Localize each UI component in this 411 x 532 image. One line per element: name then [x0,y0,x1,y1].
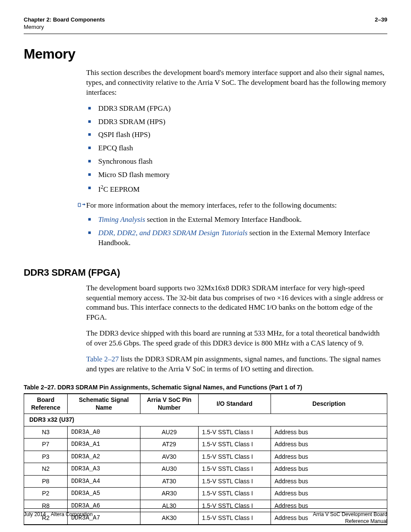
ddr3-block: The development board supports two 32Mx1… [86,283,387,375]
page-footer: July 2014 Altera Corporation Arria V SoC… [24,507,387,525]
list-item-label: DDR3 SDRAM (HPS) [98,118,165,126]
document-page: Chapter 2: Board Components Memory 2–39 … [0,0,411,532]
cell-iostd: 1.5-V SSTL Class I [198,426,271,439]
cell-boardref: P3 [24,451,68,463]
cell-pinnum: AV30 [140,451,198,463]
table-row: P3 DDR3A_A2 AV30 1.5-V SSTL Class I Addr… [24,451,387,463]
list-item-label: I2C EEPROM [98,185,140,193]
table-group-row: DDR3 x32 (U37) [24,414,387,426]
cell-iostd: 1.5-V SSTL Class I [198,439,271,451]
footer-left: July 2014 Altera Corporation [24,511,93,517]
page-header: Chapter 2: Board Components Memory 2–39 [24,16,387,32]
list-item: Synchronous flash [86,157,387,167]
cell-iostd: 1.5-V SSTL Class I [198,475,271,488]
cell-iostd: 1.5-V SSTL Class I [198,463,271,476]
cell-signame: DDR3A_A5 [68,488,140,500]
th-signal-name: Schematic Signal Name [68,394,140,414]
reference-tail: section in the External Memory Interface… [145,215,302,224]
cell-pinnum: AR30 [140,488,198,500]
table-caption: Table 2–27. DDR3 SDRAM Pin Assignments, … [24,384,387,391]
ddr3-para-2: The DDR3 device shipped with this board … [86,329,387,348]
footer-right: Arria V SoC Development Board Reference … [313,511,387,525]
th-pin-number: Arria V SoC Pin Number [140,394,198,414]
list-item: EPCQ flash [86,143,387,153]
footer-doc-subtitle: Reference Manual [345,518,387,524]
intro-block: This section describes the development b… [86,68,387,195]
list-item: DDR, DDR2, and DDR3 SDRAM Design Tutoria… [86,228,387,248]
reference-link[interactable]: Timing Analysis [98,215,145,224]
cell-pinnum: AU29 [140,426,198,439]
reference-intro-text: For more information about the memory in… [86,201,387,211]
table-row: N2 DDR3A_A3 AU30 1.5-V SSTL Class I Addr… [24,463,387,476]
page-number: 2–39 [375,16,387,31]
memory-interface-list: DDR3 SDRAM (FPGA) DDR3 SDRAM (HPS) QSPI … [86,104,387,195]
cell-signame: DDR3A_A1 [68,439,140,451]
cell-pinnum: AU30 [140,463,198,476]
cell-iostd: 1.5-V SSTL Class I [198,488,271,500]
document-icon [78,202,86,209]
list-item: Timing Analysis section in the External … [86,215,387,225]
reference-intro: For more information about the memory in… [86,201,387,254]
table-row: P2 DDR3A_A5 AR30 1.5-V SSTL Class I Addr… [24,488,387,500]
footer-doc-title: Arria V SoC Development Board [313,511,387,517]
cell-pinnum: AT30 [140,475,198,488]
table-header-row: Board Reference Schematic Signal Name Ar… [24,394,387,414]
reference-block: For more information about the memory in… [78,201,387,254]
table-group-label: DDR3 x32 (U37) [24,414,387,426]
cell-signame: DDR3A_A0 [68,426,140,439]
cell-pinnum: AT29 [140,439,198,451]
cell-boardref: P7 [24,439,68,451]
cell-boardref: N3 [24,426,68,439]
th-io-standard: I/O Standard [198,394,271,414]
table-reference-link[interactable]: Table 2–27 [86,355,119,363]
cell-desc: Address bus [271,488,387,500]
subsection-title: DDR3 SDRAM (FPGA) [24,267,387,278]
footer-rule [24,508,387,509]
cell-signame: DDR3A_A4 [68,475,140,488]
list-item-label: Synchronous flash [98,157,153,165]
list-item-label: EPCQ flash [98,144,133,152]
ddr3-para-1: The development board supports two 32Mx1… [86,283,387,323]
list-item-label: Micro SD flash memory [98,171,170,179]
cell-desc: Address bus [271,439,387,451]
section-title: Memory [24,46,387,62]
pin-assignment-table: Board Reference Schematic Signal Name Ar… [24,393,387,525]
table-row: P7 DDR3A_A1 AT29 1.5-V SSTL Class I Addr… [24,439,387,451]
svg-rect-1 [78,203,80,206]
cell-boardref: P2 [24,488,68,500]
cell-signame: DDR3A_A3 [68,463,140,476]
th-board-reference: Board Reference [24,394,68,414]
list-item: I2C EEPROM [86,184,387,195]
cell-desc: Address bus [271,463,387,476]
intro-paragraph: This section describes the development b… [86,68,387,98]
th-description: Description [271,394,387,414]
list-item-label: QSPI flash (HPS) [98,131,150,139]
table-row: P8 DDR3A_A4 AT30 1.5-V SSTL Class I Addr… [24,475,387,488]
cell-desc: Address bus [271,475,387,488]
list-item-label: DDR3 SDRAM (FPGA) [98,104,171,112]
list-item: DDR3 SDRAM (HPS) [86,117,387,127]
header-chapter: Chapter 2: Board Components [24,16,105,23]
ddr3-para-3-tail: lists the DDR3 SDRAM pin assignments, si… [86,355,381,373]
cell-boardref: N2 [24,463,68,476]
list-item: DDR3 SDRAM (FPGA) [86,104,387,114]
cell-desc: Address bus [271,451,387,463]
header-rule [24,34,387,34]
list-item: Micro SD flash memory [86,170,387,180]
cell-desc: Address bus [271,426,387,439]
cell-signame: DDR3A_A2 [68,451,140,463]
cell-boardref: P8 [24,475,68,488]
header-subsection: Memory [24,24,44,30]
list-item: QSPI flash (HPS) [86,130,387,140]
ddr3-para-3: Table 2–27 lists the DDR3 SDRAM pin assi… [86,355,387,374]
cell-iostd: 1.5-V SSTL Class I [198,451,271,463]
reference-list: Timing Analysis section in the External … [86,215,387,248]
header-left: Chapter 2: Board Components Memory [24,16,105,31]
reference-link[interactable]: DDR, DDR2, and DDR3 SDRAM Design Tutoria… [98,229,248,237]
table-row: N3 DDR3A_A0 AU29 1.5-V SSTL Class I Addr… [24,426,387,439]
